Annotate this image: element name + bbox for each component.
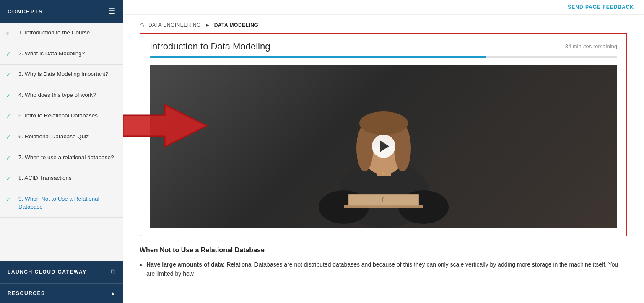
time-remaining: 34 minutes remaining [565, 41, 617, 49]
check-icon: ✓ [6, 112, 15, 121]
sidebar-item-label: 2. What is Data Modeling? [18, 50, 85, 58]
resources-footer[interactable]: RESOURCES ▲ [0, 283, 123, 303]
sidebar-title: CONCEPTS [8, 8, 43, 15]
topbar: SEND PAGE FEEDBACK [123, 0, 644, 15]
sidebar-item-2[interactable]: ✓2. What is Data Modeling? [0, 44, 123, 65]
check-icon: ✓ [6, 196, 15, 204]
bullet-list: Have large amounts of data: Relational D… [140, 260, 627, 279]
video-title: Introduction to Data Modeling [150, 41, 270, 52]
sidebar-items-container[interactable]: ○1. Introduction to the Course✓2. What i… [0, 23, 123, 261]
sidebar-item-4[interactable]: ✓4. Who does this type of work? [0, 85, 123, 106]
sidebar: CONCEPTS ☰ ○1. Introduction to the Cours… [0, 0, 123, 303]
progress-bar-fill [150, 56, 486, 58]
content-area: Introduction to Data Modeling 34 minutes… [123, 33, 644, 291]
main-content: SEND PAGE FEEDBACK ⌂ DATA ENGINEERING ► … [123, 0, 644, 303]
sidebar-item-label: 4. Who does this type of work? [18, 91, 96, 99]
sidebar-item-5[interactable]: ✓5. Intro to Relational Databases [0, 106, 123, 127]
video-card-header: Introduction to Data Modeling 34 minutes… [150, 41, 617, 52]
sidebar-item-label: 7. When to use a relational database? [18, 154, 114, 162]
circle-icon: ○ [6, 29, 15, 38]
breadcrumb: ⌂ DATA ENGINEERING ► DATA MODELING [123, 15, 644, 33]
bullet-item-1: Have large amounts of data: Relational D… [140, 260, 627, 279]
svg-point-6 [359, 111, 408, 135]
below-video-title: When Not to Use a Relational Database [140, 246, 627, 254]
below-video-section: When Not to Use a Relational Database Ha… [140, 246, 627, 279]
launch-gateway-button[interactable]: LAUNCH CLOUD GATEWAY ⧉ [0, 261, 123, 283]
breadcrumb-data-engineering[interactable]: DATA ENGINEERING [148, 22, 201, 28]
sidebar-item-label: 5. Intro to Relational Databases [18, 112, 98, 120]
launch-gateway-label: LAUNCH CLOUD GATEWAY [8, 269, 87, 275]
video-card: Introduction to Data Modeling 34 minutes… [140, 33, 627, 236]
sidebar-item-7[interactable]: ✓7. When to use a relational database? [0, 148, 123, 169]
sidebar-item-label: 9. When Not to Use a Relational Database [18, 195, 115, 211]
launch-icon: ⧉ [111, 268, 115, 276]
sidebar-toggle-icon[interactable]: ☰ [109, 7, 115, 16]
sidebar-item-label: 1. Introduction to the Course [18, 29, 90, 37]
sidebar-item-1[interactable]: ○1. Introduction to the Course [0, 23, 123, 44]
check-icon: ✓ [6, 133, 15, 142]
resources-chevron-icon: ▲ [110, 290, 115, 296]
sidebar-item-label: 6. Relational Database Quiz [18, 133, 89, 141]
breadcrumb-separator: ► [205, 22, 210, 28]
sidebar-item-6[interactable]: ✓6. Relational Database Quiz [0, 127, 123, 148]
check-icon: ✓ [6, 50, 15, 59]
send-feedback-link[interactable]: SEND PAGE FEEDBACK [568, 4, 634, 10]
svg-text::  [382, 196, 385, 203]
play-icon [380, 140, 389, 152]
svg-point-13 [382, 172, 385, 175]
sidebar-item-label: 8. ACID Transactions [18, 174, 72, 182]
check-icon: ✓ [6, 92, 15, 100]
sidebar-header: CONCEPTS ☰ [0, 0, 123, 23]
resources-label: RESOURCES [8, 290, 45, 296]
sidebar-item-label: 3. Why is Data Modeling Important? [18, 70, 109, 78]
sidebar-item-3[interactable]: ✓3. Why is Data Modeling Important? [0, 65, 123, 85]
bullet-bold-1: Have large amounts of data: Relational D… [146, 260, 627, 279]
sidebar-item-8[interactable]: ✓8. ACID Transactions [0, 168, 123, 189]
home-icon[interactable]: ⌂ [140, 21, 144, 29]
check-icon: ✓ [6, 154, 15, 163]
check-icon: ✓ [6, 175, 15, 183]
sidebar-item-9[interactable]: ✓9. When Not to Use a Relational Databas… [0, 189, 123, 218]
breadcrumb-data-modeling[interactable]: DATA MODELING [214, 22, 259, 28]
progress-bar-container [150, 56, 617, 58]
check-icon: ✓ [6, 71, 15, 79]
video-player[interactable]:  [150, 65, 617, 228]
play-button[interactable] [372, 135, 395, 158]
